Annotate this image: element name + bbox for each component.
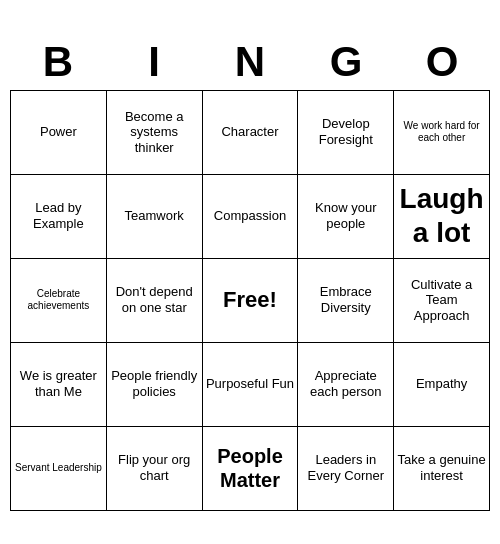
bingo-cell: Compassion [203, 175, 299, 259]
header-letter: O [394, 34, 490, 90]
bingo-cell: Cultivate a Team Approach [394, 259, 490, 343]
bingo-cell: We work hard for each other [394, 91, 490, 175]
bingo-cell: Servant Leadership [11, 427, 107, 511]
header-letter: N [202, 34, 298, 90]
bingo-cell: People friendly policies [107, 343, 203, 427]
bingo-cell: Teamwork [107, 175, 203, 259]
header-letter: B [10, 34, 106, 90]
bingo-cell: Character [203, 91, 299, 175]
header-letter: G [298, 34, 394, 90]
bingo-cell: Flip your org chart [107, 427, 203, 511]
bingo-cell: Free! [203, 259, 299, 343]
header-letter: I [106, 34, 202, 90]
bingo-cell: Empathy [394, 343, 490, 427]
bingo-header: BINGO [10, 34, 490, 90]
bingo-cell: Power [11, 91, 107, 175]
bingo-card: BINGO PowerBecome a systems thinkerChara… [10, 34, 490, 511]
bingo-cell: Take a genuine interest [394, 427, 490, 511]
bingo-grid: PowerBecome a systems thinkerCharacterDe… [10, 90, 490, 511]
bingo-cell: Purposeful Fun [203, 343, 299, 427]
bingo-cell: Develop Foresight [298, 91, 394, 175]
bingo-cell: Lead by Example [11, 175, 107, 259]
bingo-cell: Celebrate achievements [11, 259, 107, 343]
bingo-cell: Become a systems thinker [107, 91, 203, 175]
bingo-cell: Don't depend on one star [107, 259, 203, 343]
bingo-cell: People Matter [203, 427, 299, 511]
bingo-cell: We is greater than Me [11, 343, 107, 427]
bingo-cell: Leaders in Every Corner [298, 427, 394, 511]
bingo-cell: Appreciate each person [298, 343, 394, 427]
bingo-cell: Laugh a lot [394, 175, 490, 259]
bingo-cell: Embrace Diversity [298, 259, 394, 343]
bingo-cell: Know your people [298, 175, 394, 259]
